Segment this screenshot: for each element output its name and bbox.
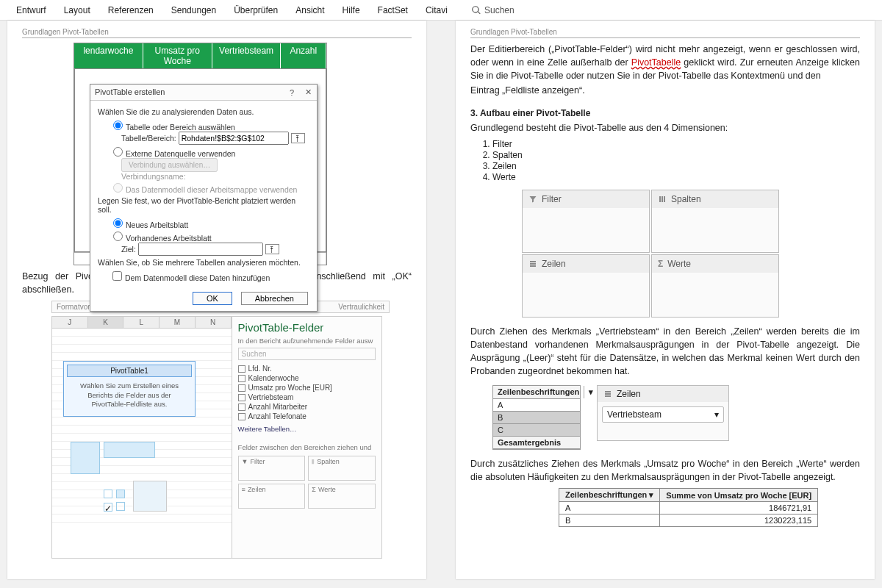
zeilen-item-vertriebsteam[interactable]: Vertriebsteam▾	[602, 406, 724, 423]
search-box[interactable]: Suchen	[456, 5, 514, 15]
sum-b-val: 1230223,115	[660, 514, 818, 527]
dim-werte: Werte	[492, 172, 860, 182]
radio-new-sheet[interactable]	[113, 218, 123, 228]
choose-connection-button: Verbindung auswählen…	[121, 158, 218, 172]
radio-external[interactable]	[113, 147, 123, 157]
sigma-icon: Σ	[658, 259, 663, 269]
close-icon[interactable]: ✕	[304, 87, 312, 97]
col-j: J	[52, 317, 88, 328]
connection-name-label: Verbindungsname:	[98, 172, 309, 181]
cancel-button[interactable]: Abbrechen	[241, 292, 308, 305]
tab-citavi[interactable]: Citavi	[417, 2, 456, 18]
dlg-section3: Wählen Sie, ob Sie mehrere Tabellen anal…	[98, 258, 309, 267]
col-n: N	[196, 317, 232, 328]
dimension-list: Filter Spalten Zeilen Werte	[492, 139, 860, 182]
zone-zeilen-small[interactable]: ≡ Zeilen	[238, 484, 306, 509]
col-m: M	[159, 317, 196, 328]
tab-hilfe[interactable]: Hilfe	[334, 2, 369, 18]
pivot-placeholder-text: Wählen Sie zum Erstellen eines Berichts …	[67, 381, 192, 413]
page-header-left: Grundlagen Pivot-Tabellen	[22, 28, 412, 38]
tab-entwurf[interactable]: Entwurf	[7, 2, 55, 18]
rows-icon	[603, 390, 612, 398]
zone-diagram: Filter Spalten Zeilen ΣWerte	[522, 190, 779, 318]
radio-external-label: Externe Datenquelle verwenden	[126, 149, 235, 158]
para-feldliste: Eintrag „Feldliste anzeigen“.	[470, 84, 860, 97]
para-4dim: Grundlegend besteht die Pivot-Tabelle au…	[470, 121, 860, 135]
radio-range[interactable]	[113, 121, 123, 130]
sum-h1: Zeilenbeschriftungen ▾	[559, 489, 660, 502]
ziel-input[interactable]	[138, 243, 263, 256]
drag-hint: Felder zwischen den Bereichen ziehen und	[238, 443, 376, 451]
para-vertriebsteam: Durch Ziehen des Merkmals „Vertriebsteam…	[470, 325, 860, 379]
help-icon[interactable]: ?	[287, 88, 296, 97]
mini-a: A	[493, 399, 507, 411]
zeilen-dropzone[interactable]: Zeilen Vertriebsteam▾	[597, 385, 729, 441]
zone-werte-small[interactable]: Σ Werte	[308, 484, 376, 509]
tab-ueberpruefen[interactable]: Überprüfen	[225, 2, 287, 18]
sum-a-val: 1846721,91	[660, 502, 818, 514]
dropdown-icon[interactable]: ▾	[649, 490, 653, 499]
mini-c: C	[493, 424, 508, 436]
sum-h2: Summe von Umsatz pro Woche [EUR]	[660, 489, 818, 502]
range-input[interactable]	[179, 132, 289, 145]
ribbon: Entwurf Layout Referenzen Sendungen Über…	[0, 0, 882, 21]
tab-referenzen[interactable]: Referenzen	[99, 2, 162, 18]
tab-layout[interactable]: Layout	[55, 2, 99, 18]
field-pane-sub: In den Bericht aufzunehmende Felder ausw	[238, 337, 376, 345]
radio-datamodel-label: Das Datenmodell dieser Arbeitsmappe verw…	[126, 185, 297, 194]
mini-hdr: Zeilenbeschriftungen	[493, 386, 584, 398]
zone-filter[interactable]: Filter	[522, 190, 650, 253]
dlg-section2: Legen Sie fest, wo der PivotTable-Berich…	[98, 196, 309, 214]
zone-spalten[interactable]: Spalten	[651, 190, 779, 253]
tab-factset[interactable]: FactSet	[369, 2, 417, 18]
funnel-icon	[528, 195, 537, 204]
chk-team[interactable]	[238, 394, 245, 401]
range-label: Tabelle/Bereich:	[121, 134, 176, 143]
radio-range-label: Tabelle oder Bereich auswählen	[126, 123, 235, 132]
dlg-section1: Wählen Sie die zu analysierenden Daten a…	[98, 107, 309, 116]
tab-sendungen[interactable]: Sendungen	[162, 2, 225, 18]
mini-pivot-rows: Zeilenbeschriftungen▾ A B C Gesamtergebn…	[492, 385, 581, 450]
search-label: Suchen	[484, 5, 514, 15]
pivot-placeholder: PivotTable1 Wählen Sie zum Erstellen ein…	[63, 361, 196, 417]
sum-table: Zeilenbeschriftungen ▾ Summe von Umsatz …	[559, 488, 818, 527]
page-header-right: Grundlagen Pivot-Tabellen	[470, 28, 860, 38]
col-k: K	[88, 317, 124, 328]
range-picker-icon[interactable]: ⭱	[291, 133, 305, 143]
ok-button[interactable]: OK	[193, 292, 232, 305]
pivot-shape-icon: ✓	[71, 442, 188, 514]
para-editierbereich: Der Editierbereich („PivotTable-Felder“)…	[470, 43, 860, 82]
zone-filter-small[interactable]: ▼ Filter	[238, 456, 306, 481]
more-tables-link[interactable]: Weitere Tabellen…	[238, 425, 376, 433]
chk-lfdnr[interactable]	[238, 365, 245, 373]
columns-icon	[658, 195, 667, 204]
page-left: Grundlagen Pivot-Tabellen lendarwoche Um…	[7, 21, 426, 579]
sum-a: A	[559, 502, 660, 514]
zone-spalten-small[interactable]: ⦀ Spalten	[308, 456, 376, 481]
pivot-create-dialog: PivotTable erstellen ? ✕ Wählen Sie die …	[90, 84, 318, 312]
heading-aufbau: 3. Aufbau einer Pivot-Tabelle	[470, 108, 860, 118]
dim-spalten: Spalten	[492, 150, 860, 160]
radio-existing-sheet[interactable]	[113, 232, 123, 241]
para-umsatz-werte: Durch zusätzliches Ziehen des Merkmals „…	[470, 457, 860, 484]
zeilen-title: Zeilen	[617, 389, 641, 399]
dim-filter: Filter	[492, 139, 860, 149]
rows-icon	[528, 259, 537, 268]
ziel-label: Ziel:	[121, 245, 136, 254]
chk-tel[interactable]	[238, 413, 245, 420]
excel-screenshot-top: lendarwoche Umsatz pro Woche Vertriebste…	[74, 43, 327, 265]
check-datamodel[interactable]	[112, 271, 122, 281]
dim-zeilen: Zeilen	[492, 161, 860, 171]
zone-werte[interactable]: ΣWerte	[651, 254, 779, 318]
zone-zeilen[interactable]: Zeilen	[522, 254, 650, 318]
chk-umsatz[interactable]	[238, 384, 245, 392]
ziel-picker-icon[interactable]: ⭱	[265, 244, 279, 254]
tab-ansicht[interactable]: Ansicht	[287, 2, 333, 18]
check-datamodel-label: Dem Datenmodell diese Daten hinzufügen	[125, 273, 270, 282]
mini-total: Gesamtergebnis	[493, 437, 565, 448]
sum-b: B	[559, 514, 660, 527]
chk-ma[interactable]	[238, 404, 245, 411]
chk-kw[interactable]	[238, 375, 245, 382]
excel-screenshot-bottom: Formatvorlagen Zellen Bearbeiten Ideen V…	[51, 301, 390, 559]
field-search[interactable]: Suchen	[238, 348, 376, 360]
